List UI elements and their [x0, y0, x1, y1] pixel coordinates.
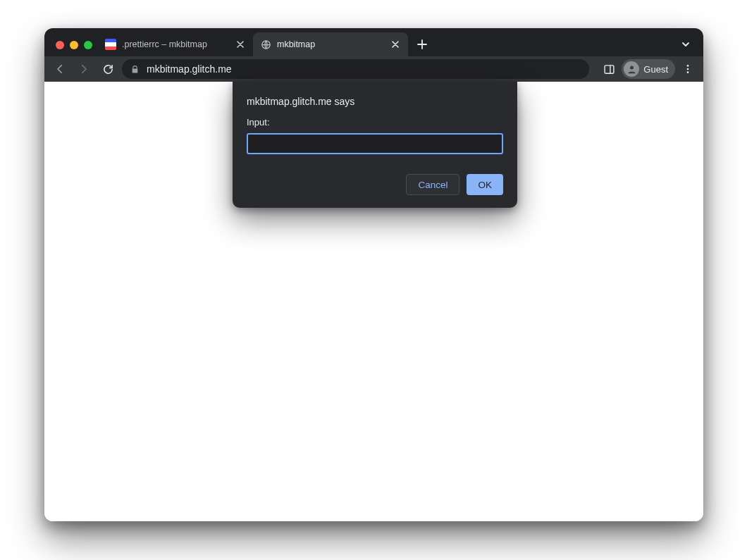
tab-title: .prettierrc – mkbitmap [122, 39, 229, 49]
tab-title: mkbitmap [277, 39, 384, 49]
forward-button[interactable] [74, 59, 94, 79]
toolbar-right: Guest [599, 59, 698, 79]
svg-point-2 [630, 66, 634, 69]
globe-favicon-icon [260, 39, 271, 50]
browser-chrome: .prettierrc – mkbitmap mkbitmap [44, 28, 703, 82]
toolbar: mkbitmap.glitch.me Guest [44, 56, 703, 82]
svg-point-4 [687, 68, 689, 70]
window-minimize-button[interactable] [70, 41, 78, 49]
lock-icon [130, 65, 140, 74]
tab-close-button[interactable] [390, 39, 401, 50]
profile-label: Guest [643, 64, 668, 75]
reload-button[interactable] [98, 59, 118, 79]
tab-close-button[interactable] [235, 39, 246, 50]
window-close-button[interactable] [56, 41, 64, 49]
url-text: mkbitmap.glitch.me [147, 63, 232, 75]
dialog-origin-text: mkbitmap.glitch.me says [247, 96, 503, 107]
tabs-overflow-button[interactable] [681, 39, 691, 49]
tab-prettierrc[interactable]: .prettierrc – mkbitmap [98, 32, 253, 56]
kebab-menu-button[interactable] [678, 59, 698, 79]
glitch-favicon-icon [105, 39, 116, 50]
window-zoom-button[interactable] [84, 41, 92, 49]
side-panel-button[interactable] [599, 59, 619, 79]
profile-button[interactable]: Guest [622, 59, 675, 79]
dialog-cancel-button[interactable]: Cancel [406, 174, 459, 195]
person-icon [624, 61, 639, 77]
back-button[interactable] [50, 59, 70, 79]
tab-mkbitmap[interactable]: mkbitmap [253, 32, 408, 56]
svg-rect-1 [605, 65, 614, 73]
svg-point-5 [687, 71, 689, 73]
dialog-ok-button[interactable]: OK [467, 174, 503, 195]
browser-window: .prettierrc – mkbitmap mkbitmap [44, 28, 703, 521]
js-prompt-dialog: mkbitmap.glitch.me says Input: Cancel OK [233, 82, 517, 208]
window-controls [51, 41, 98, 56]
dialog-button-row: Cancel OK [247, 174, 503, 195]
tab-strip: .prettierrc – mkbitmap mkbitmap [44, 28, 703, 56]
address-bar[interactable]: mkbitmap.glitch.me [122, 59, 589, 79]
dialog-input[interactable] [247, 133, 503, 154]
svg-point-3 [687, 65, 689, 67]
dialog-prompt-label: Input: [247, 117, 503, 127]
new-tab-button[interactable] [412, 35, 432, 54]
